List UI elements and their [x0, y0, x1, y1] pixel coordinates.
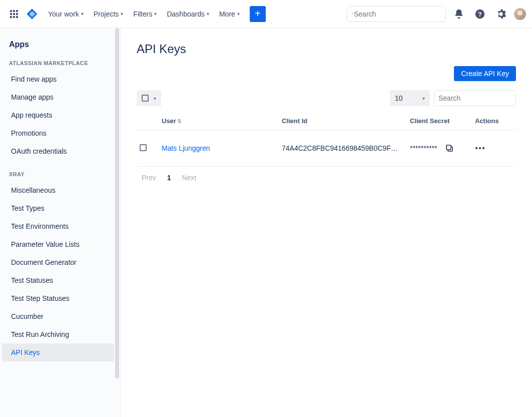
pagination-next[interactable]: Next [182, 174, 197, 182]
sidebar-item-app-requests[interactable]: App requests [2, 106, 118, 124]
main-content: API Keys Create API Key ▾ 10 ▾ [121, 28, 532, 417]
col-actions: Actions [472, 113, 516, 130]
nav-label: Dashboards [167, 10, 205, 18]
client-id-value: 74A4C2C8FBC9416698459B0C9F… [282, 144, 401, 152]
gear-icon [495, 9, 506, 20]
client-secret-masked: ********** [410, 144, 437, 152]
nav-label: Projects [94, 10, 119, 18]
svg-text:?: ? [478, 10, 482, 18]
app-switcher[interactable] [6, 6, 22, 22]
help-button[interactable]: ? [472, 6, 488, 22]
nav-filters[interactable]: Filters ▾ [129, 7, 161, 21]
sidebar-item-manage-apps[interactable]: Manage apps [2, 88, 118, 106]
sort-icon: ⇅ [177, 118, 182, 124]
copy-icon [445, 144, 454, 153]
svg-point-7 [479, 147, 481, 149]
sidebar-item-test-environments[interactable]: Test Environments [2, 217, 118, 235]
section-label-marketplace: ATLASSIAN MARKETPLACE [0, 60, 120, 70]
help-icon: ? [474, 9, 485, 20]
table-search-input[interactable] [438, 91, 511, 106]
sidebar-item-cucumber[interactable]: Cucumber [2, 307, 118, 325]
chevron-down-icon: ▾ [154, 96, 156, 101]
nav-label: Your work [48, 10, 79, 18]
sidebar-scrollbar[interactable] [114, 28, 120, 408]
col-client-id[interactable]: Client Id [279, 113, 407, 130]
chevron-down-icon: ▾ [81, 11, 84, 17]
product-logo[interactable] [24, 6, 40, 22]
svg-rect-5 [446, 145, 451, 150]
chevron-down-icon: ▾ [121, 11, 123, 17]
nav-your-work[interactable]: Your work ▾ [44, 7, 88, 21]
section-label-xray: XRAY [0, 171, 120, 181]
global-search-input[interactable] [354, 10, 441, 18]
col-user[interactable]: User⇅ [159, 113, 279, 130]
pagination: Prev 1 Next [137, 167, 516, 189]
pagination-current[interactable]: 1 [167, 174, 171, 182]
sidebar-item-miscellaneous[interactable]: Miscellaneous [2, 181, 118, 199]
page-size-dropdown[interactable]: 10 ▾ [390, 90, 430, 106]
dots-icon [475, 147, 485, 150]
jira-icon [26, 8, 38, 20]
nav-more[interactable]: More ▾ [215, 7, 244, 21]
sidebar-item-promotions[interactable]: Promotions [2, 124, 118, 142]
avatar[interactable] [514, 8, 526, 20]
table-header-row: User⇅ Client Id Client Secret Actions [137, 113, 516, 130]
bulk-checkbox-icon [142, 95, 149, 102]
table-row: Mats Ljunggren 74A4C2C8FBC9416698459B0C9… [137, 130, 516, 167]
sidebar-item-test-run-archiving[interactable]: Test Run Archiving [2, 325, 118, 343]
nav-projects[interactable]: Projects ▾ [90, 7, 128, 21]
pagination-prev[interactable]: Prev [142, 174, 156, 182]
chevron-down-icon: ▾ [237, 11, 240, 17]
chevron-down-icon: ▾ [154, 11, 157, 17]
settings-button[interactable] [493, 6, 509, 22]
svg-point-0 [352, 13, 353, 14]
sidebar-item-api-keys[interactable]: API Keys [2, 343, 114, 361]
page-size-value: 10 [395, 94, 403, 102]
svg-point-6 [475, 147, 477, 149]
sidebar-item-oauth-credentials[interactable]: OAuth credentials [2, 142, 118, 160]
copy-secret-button[interactable] [445, 144, 454, 153]
page-title: API Keys [137, 42, 516, 56]
grid-icon [10, 10, 18, 18]
sidebar: Apps ATLASSIAN MARKETPLACE Find new apps… [0, 28, 121, 417]
nav-dashboards[interactable]: Dashboards ▾ [163, 7, 213, 21]
sidebar-item-document-generator[interactable]: Document Generator [2, 253, 118, 271]
svg-line-1 [353, 14, 353, 15]
sidebar-item-test-statuses[interactable]: Test Statuses [2, 271, 118, 289]
row-checkbox[interactable] [140, 144, 147, 151]
sidebar-title: Apps [0, 40, 120, 60]
sidebar-item-parameter-value-lists[interactable]: Parameter Value Lists [2, 235, 118, 253]
global-search[interactable] [347, 6, 446, 22]
svg-point-8 [482, 147, 484, 149]
scrollbar-thumb[interactable] [115, 28, 119, 378]
create-api-key-button[interactable]: Create API Key [454, 66, 516, 81]
sidebar-item-find-new-apps[interactable]: Find new apps [2, 70, 118, 88]
api-keys-table: User⇅ Client Id Client Secret Actions Ma… [137, 113, 516, 167]
nav-label: More [219, 10, 235, 18]
row-actions-menu[interactable] [475, 136, 513, 160]
table-search[interactable] [434, 90, 516, 106]
chevron-down-icon: ▾ [207, 11, 209, 17]
user-link[interactable]: Mats Ljunggren [162, 144, 210, 152]
bell-icon [453, 9, 464, 20]
plus-icon: + [255, 8, 261, 20]
bulk-select-dropdown[interactable]: ▾ [137, 90, 161, 106]
sidebar-item-test-types[interactable]: Test Types [2, 199, 118, 217]
chevron-down-icon: ▾ [422, 96, 425, 101]
create-button[interactable]: + [250, 6, 266, 22]
nav-label: Filters [133, 10, 152, 18]
notifications-button[interactable] [451, 6, 467, 22]
col-client-secret[interactable]: Client Secret [407, 113, 472, 130]
avatar-image [517, 11, 522, 16]
sidebar-item-test-step-statuses[interactable]: Test Step Statuses [2, 289, 118, 307]
